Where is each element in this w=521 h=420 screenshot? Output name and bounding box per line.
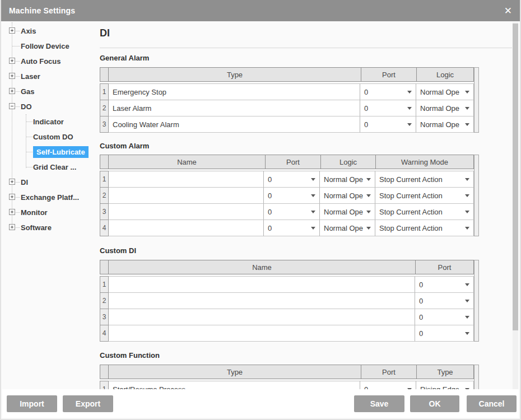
import-button[interactable]: Import (7, 395, 57, 412)
title-divider (100, 48, 512, 48)
sidebar-item-di[interactable]: DI (1, 175, 95, 189)
port-dropdown[interactable]: 0 (264, 220, 320, 236)
table-scrollbar[interactable] (474, 260, 479, 342)
warning-mode-dropdown[interactable]: Stop Current Action (375, 203, 474, 220)
logic-dropdown[interactable]: Normal Ope (416, 116, 474, 133)
sidebar-item-software[interactable]: Software (1, 220, 95, 235)
sidebar-item-label: Software (21, 223, 52, 232)
dropdown-arrow-icon (407, 123, 412, 126)
row-number: 4 (100, 220, 109, 236)
column-header-logic: Logic (320, 155, 376, 169)
custom-alarm-table: Name Port Logic Warning Mode 1 0 Normal … (100, 155, 479, 236)
name-input[interactable] (109, 309, 415, 325)
general-alarm-table: Type Port Logic 1 Emergency Stop 0 Norma… (100, 67, 479, 133)
port-dropdown[interactable]: 0 (415, 325, 474, 342)
logic-dropdown[interactable]: Normal Ope (320, 171, 375, 188)
logic-dropdown[interactable]: Normal Ope (416, 83, 474, 100)
logic-dropdown[interactable]: Normal Ope (320, 220, 375, 236)
port-dropdown[interactable]: 0 (415, 309, 474, 325)
sidebar-item-indicator[interactable]: Indicator (1, 114, 95, 129)
sidebar-item-custom-do[interactable]: Custom DO (1, 129, 95, 144)
sidebar-item-label: Monitor (21, 208, 48, 217)
expand-icon[interactable] (9, 27, 15, 34)
port-dropdown[interactable]: 0 (360, 100, 416, 116)
sidebar-item-laser[interactable]: Laser (1, 69, 95, 83)
name-input[interactable] (109, 292, 415, 309)
port-dropdown[interactable]: 0 (264, 203, 320, 220)
sidebar-item-label: Gas (21, 87, 35, 96)
table-header-row: Name Port Logic Warning Mode (100, 155, 474, 169)
row-number: 3 (100, 116, 109, 133)
table-row: 1 Emergency Stop 0 Normal Ope (100, 83, 474, 100)
table-row: 2 Laser Alarm 0 Normal Ope (100, 100, 474, 116)
name-input[interactable] (109, 171, 264, 188)
column-header-port: Port (265, 155, 321, 169)
table-row: 4 0 Normal Ope Stop Current Action (100, 220, 474, 236)
port-dropdown[interactable]: 0 (360, 116, 416, 133)
dropdown-arrow-icon (311, 227, 315, 230)
custom-di-table: Name Port 1 0 2 0 3 0 4 0 (100, 260, 479, 342)
expand-icon[interactable] (9, 224, 15, 230)
port-dropdown[interactable]: 0 (264, 171, 320, 188)
dropdown-arrow-icon (465, 332, 469, 335)
logic-dropdown[interactable]: Normal Ope (416, 100, 474, 116)
corner-cell (100, 365, 109, 379)
main-scrollbar-thumb[interactable] (513, 24, 518, 330)
table-row: 2 0 (100, 292, 474, 309)
logic-dropdown[interactable]: Normal Ope (320, 203, 375, 220)
warning-mode-dropdown[interactable]: Stop Current Action (375, 220, 474, 236)
dropdown-arrow-icon (465, 107, 469, 110)
port-dropdown[interactable]: 0 (415, 292, 474, 309)
column-header-name: Name (108, 260, 416, 274)
table-row: 2 0 Normal Ope Stop Current Action (100, 187, 474, 204)
warning-mode-dropdown[interactable]: Stop Current Action (375, 171, 474, 188)
machine-settings-dialog: Machine Settings ✕ Axis Follow Device Au… (0, 0, 521, 420)
expand-icon[interactable] (9, 88, 15, 94)
expand-icon[interactable] (9, 179, 15, 185)
port-dropdown[interactable]: 0 (415, 276, 474, 293)
name-input[interactable] (109, 220, 264, 236)
row-number: 2 (100, 187, 109, 204)
logic-dropdown[interactable]: Normal Ope (320, 187, 375, 204)
collapse-icon[interactable] (9, 103, 15, 109)
dropdown-arrow-icon (311, 194, 315, 197)
expand-icon[interactable] (9, 58, 15, 64)
close-icon[interactable]: ✕ (504, 6, 512, 16)
cancel-button[interactable]: Cancel (467, 395, 517, 412)
sidebar-item-follow-device[interactable]: Follow Device (1, 39, 95, 53)
export-button[interactable]: Export (63, 395, 113, 412)
expand-icon[interactable] (9, 209, 15, 215)
sidebar-item-exchange-platform[interactable]: Exchange Platf... (1, 190, 95, 204)
sidebar-item-label: Axis (21, 27, 36, 35)
name-input[interactable] (109, 187, 264, 204)
ok-button[interactable]: OK (410, 395, 459, 412)
port-dropdown[interactable]: 0 (264, 187, 320, 204)
sidebar-item-gas[interactable]: Gas (1, 84, 95, 99)
table-scrollbar[interactable] (474, 365, 479, 390)
table-scrollbar[interactable] (474, 155, 479, 236)
expand-icon[interactable] (9, 73, 15, 79)
sidebar-item-self-lubricate[interactable]: Self-Lubricate (1, 144, 95, 159)
sidebar-item-label: Indicator (33, 118, 64, 126)
expand-icon[interactable] (9, 194, 15, 200)
table-row: 1 0 Normal Ope Stop Current Action (100, 171, 474, 188)
port-dropdown[interactable]: 0 (360, 83, 416, 100)
sidebar-item-monitor[interactable]: Monitor (1, 205, 95, 220)
sidebar-item-grid-clear[interactable]: Grid Clear ... (1, 160, 95, 174)
custom-di-heading: Custom DI (100, 246, 136, 255)
sidebar-item-axis[interactable]: Axis (1, 24, 95, 38)
main-scrollbar[interactable] (513, 22, 518, 389)
table-row: 3 Cooling Water Alarm 0 Normal Ope (100, 116, 474, 133)
corner-cell (100, 260, 109, 274)
sidebar-item-auto-focus[interactable]: Auto Focus (1, 54, 95, 68)
sidebar-item-label: Custom DO (33, 133, 73, 141)
name-input[interactable] (109, 276, 415, 293)
save-button[interactable]: Save (354, 395, 404, 412)
table-scrollbar[interactable] (474, 67, 479, 133)
warning-mode-dropdown[interactable]: Stop Current Action (375, 187, 474, 204)
sidebar-item-do[interactable]: DO (1, 99, 95, 114)
settings-tree: Axis Follow Device Auto Focus Laser Gas … (1, 21, 96, 389)
name-input[interactable] (109, 203, 264, 220)
sidebar-item-label: Self-Lubricate (33, 146, 89, 158)
name-input[interactable] (109, 325, 415, 342)
